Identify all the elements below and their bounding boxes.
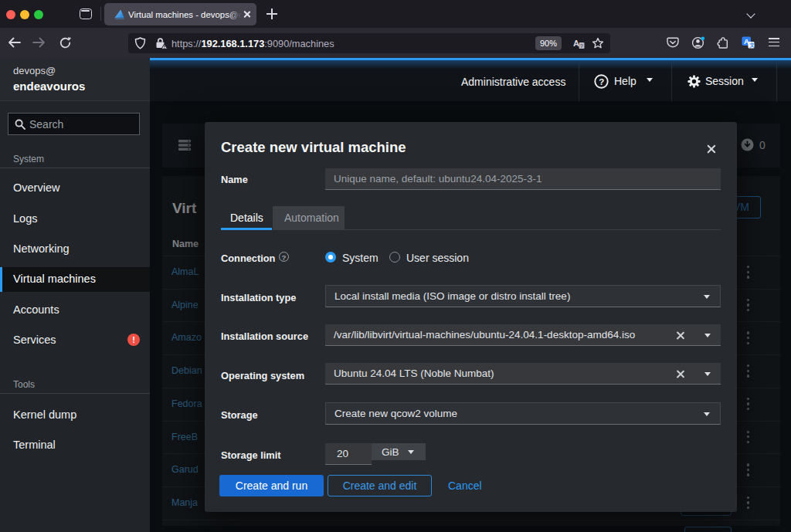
svg-text:?: ?	[599, 76, 604, 86]
svg-text:?: ?	[580, 42, 583, 48]
svg-text:A: A	[573, 39, 579, 48]
svg-text:文: 文	[749, 42, 755, 48]
